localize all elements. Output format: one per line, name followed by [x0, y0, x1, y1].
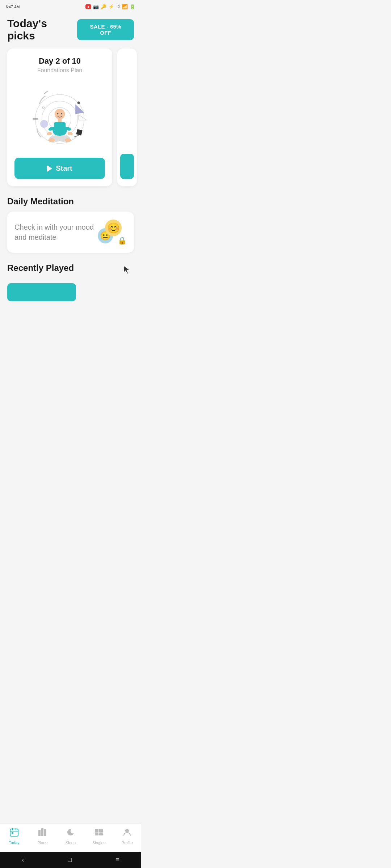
recording-icon: ● — [85, 4, 91, 9]
sale-button[interactable]: SALE - 65% OFF — [77, 19, 134, 40]
peek-card — [117, 48, 137, 186]
svg-marker-7 — [79, 115, 87, 120]
bluetooth-icon: ⚡ — [108, 4, 114, 9]
play-icon — [47, 165, 52, 172]
day-label: Day 2 of 10 — [14, 56, 105, 66]
status-icons: ● 📷 🔑 ⚡ ☽ 📶 🔋 — [85, 4, 135, 9]
peek-card-button[interactable] — [120, 154, 134, 179]
cursor-svg — [123, 265, 132, 275]
svg-point-22 — [49, 138, 55, 142]
battery-icon: 🔋 — [130, 4, 135, 9]
start-label: Start — [56, 164, 72, 173]
recently-played-row: Recently Played — [7, 263, 134, 278]
status-time: 6:47 AM — [6, 4, 20, 9]
moon-icon: ☽ — [116, 4, 120, 9]
svg-point-23 — [65, 138, 71, 142]
time-text: 6:47 — [6, 5, 13, 9]
daily-meditation-title: Daily Meditation — [7, 196, 134, 207]
meditation-illustration — [14, 80, 105, 152]
cursor-indicator — [123, 265, 134, 276]
svg-point-24 — [57, 113, 59, 115]
happy-mood-icon: 😊 — [105, 220, 122, 236]
recently-played-title: Recently Played — [7, 263, 74, 273]
meditation-svg — [27, 81, 92, 150]
time-suffix: AM — [14, 5, 20, 9]
svg-point-4 — [42, 107, 44, 109]
header-row: Today's picks SALE - 65% OFF — [7, 17, 134, 42]
svg-rect-14 — [58, 119, 62, 123]
plan-label: Foundations Plan — [14, 67, 105, 74]
svg-point-25 — [61, 113, 63, 115]
svg-point-10 — [40, 120, 48, 128]
cards-row: Day 2 of 10 Foundations Plan — [7, 48, 134, 186]
wifi-icon: 📶 — [122, 4, 128, 9]
svg-point-6 — [77, 101, 80, 104]
status-bar: 6:47 AM ● 📷 🔑 ⚡ ☽ 📶 🔋 — [0, 0, 141, 12]
video-icon: 📷 — [93, 4, 99, 9]
daily-meditation-card[interactable]: Check in with your mood and meditate 😊 😐… — [7, 212, 134, 253]
lock-icon: 🔒 — [118, 236, 127, 245]
main-content: Today's picks SALE - 65% OFF Day 2 of 10… — [0, 12, 141, 345]
daily-meditation-text: Check in with your mood and meditate — [14, 222, 94, 242]
featured-card: Day 2 of 10 Foundations Plan — [7, 48, 112, 186]
key-icon: 🔑 — [101, 4, 106, 9]
page-title: Today's picks — [7, 17, 77, 42]
svg-point-13 — [55, 109, 65, 119]
start-button[interactable]: Start — [14, 158, 105, 179]
svg-marker-5 — [75, 105, 84, 114]
mood-icons: 😊 😐 🔒 — [98, 220, 127, 245]
svg-line-3 — [44, 92, 47, 94]
svg-rect-15 — [54, 122, 66, 132]
recently-played-preview — [7, 283, 76, 301]
